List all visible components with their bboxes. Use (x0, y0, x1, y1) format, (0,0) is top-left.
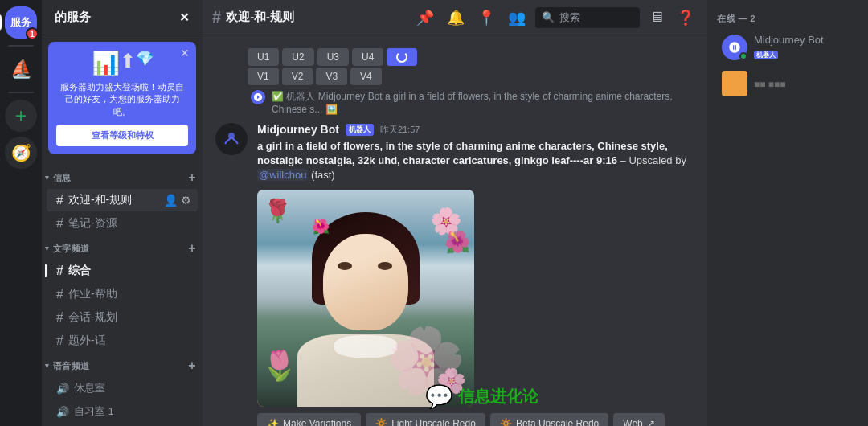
popup-text: 服务器助力盛大登场啦！动员自己的好友，为您的服务器助力吧。 (56, 81, 188, 118)
user-icon: 👤 (164, 194, 178, 207)
message-content: Midjourney Bot 机器人 昨天21:57 a girl in a f… (257, 123, 694, 426)
web-label: Web (623, 418, 642, 426)
spin-icon (396, 51, 407, 63)
channel-item-study[interactable]: 🔊 自习室 1 (47, 400, 198, 423)
add-server-button[interactable]: + (5, 100, 37, 132)
message-suffix: – Upscaled by (620, 154, 686, 166)
server-icon-my-service[interactable]: 服务 1 (5, 6, 37, 39)
member-item-bot[interactable]: Midjourney Bot 机器人 (712, 29, 863, 65)
hash-icon-3: # (56, 264, 63, 278)
notification-badge: 1 (26, 27, 39, 40)
channel-name-lounge: 休息室 (74, 381, 105, 395)
message-time: 昨天21:57 (380, 124, 420, 136)
channel-name-offtopic: 题外-话 (68, 334, 106, 348)
variation-1-button[interactable]: V1 (248, 68, 279, 85)
member-item-user2[interactable]: ■■ ■■■ (712, 66, 863, 101)
message-header: Midjourney Bot 机器人 昨天21:57 (257, 123, 694, 136)
members-icon[interactable]: 👥 (505, 6, 529, 30)
svg-point-1 (228, 133, 235, 139)
add-voice-button[interactable]: + (188, 358, 196, 373)
search-bar[interactable]: 🔍 搜索 (535, 7, 640, 28)
channel-section-voice: ▾ 语音频道 + 🔊 休息室 🔊 自习室 1 (42, 355, 203, 423)
grid-buttons-row2: V1 V2 V3 V4 (248, 68, 707, 85)
section-label-text: 文字频道 (53, 243, 90, 255)
channel-name-title: 欢迎-和-规则 (226, 10, 294, 25)
variation-3-button[interactable]: V3 (316, 68, 347, 85)
message-prompt: a girl in a field of flowers, in the sty… (257, 140, 668, 166)
server-divider-2 (8, 92, 34, 93)
channel-section-text: ▾ 文字频道 + # 综合 # 作业-帮助 # 会话-规划 # 题外-话 (42, 238, 203, 352)
message-item: Midjourney Bot 机器人 昨天21:57 a girl in a f… (203, 120, 707, 426)
upscale-1-button[interactable]: U1 (248, 48, 279, 66)
search-placeholder: 搜索 (559, 10, 580, 25)
grid-buttons-row1: U1 U2 U3 U4 (248, 48, 707, 66)
section-header-info[interactable]: ▾ 信息 + (42, 167, 203, 188)
messages-area: U1 U2 U3 U4 V1 V2 V3 V4 ✅ 机器人 Midjourney… (203, 35, 707, 426)
hash-icon-6: # (56, 334, 63, 348)
notification-bell-icon[interactable]: 🔔 (444, 6, 468, 30)
pin-icon[interactable]: 📍 (474, 6, 498, 30)
channel-item-homework[interactable]: # 作业-帮助 (47, 283, 198, 305)
channel-item-offtopic[interactable]: # 题外-话 (47, 330, 198, 352)
variation-4-button[interactable]: V4 (350, 68, 382, 85)
member-name-user2: ■■ ■■■ (754, 79, 786, 90)
voice-icon-2: 🔊 (56, 406, 69, 418)
popup-close-button[interactable]: ✕ (180, 47, 190, 59)
message-mention[interactable]: @willchou (257, 169, 308, 181)
refresh-button[interactable] (387, 48, 417, 66)
beta-upscale-redo-button[interactable]: 🔆 Beta Upscale Redo (490, 413, 608, 426)
variation-2-button[interactable]: V2 (282, 68, 313, 85)
web-button[interactable]: Web ↗ (613, 413, 664, 426)
section-header-text[interactable]: ▾ 文字频道 + (42, 238, 203, 259)
make-variations-button[interactable]: ✨ Make Variations (257, 413, 361, 426)
light-upscale-redo-button[interactable]: 🔆 Light Upscale Redo (366, 413, 485, 426)
server-sidebar: 服务 1 ⛵ + 🧭 (0, 0, 42, 426)
inbox-icon[interactable]: 🖥 (646, 6, 667, 29)
message-author: Midjourney Bot (257, 123, 339, 136)
channel-item-sessions[interactable]: # 会话-规划 (47, 306, 198, 329)
make-variations-label: Make Variations (283, 418, 351, 426)
light-upscale-label: Light Upscale Redo (391, 418, 476, 426)
system-message: ✅ 机器人 Midjourney Bot a girl in a field o… (203, 88, 707, 117)
member-avatar-bot (722, 35, 747, 60)
message-avatar (215, 123, 248, 155)
add-channel-button[interactable]: + (188, 170, 196, 185)
search-icon: 🔍 (542, 11, 555, 23)
channel-item-notes[interactable]: # 笔记-资源 (47, 212, 198, 235)
message-mention-suffix: (fast) (311, 169, 335, 181)
add-text-channel-button[interactable]: + (188, 241, 196, 256)
online-header: 在线 — 2 (707, 6, 868, 28)
channel-name-notes: 笔记-资源 (68, 216, 117, 231)
channel-list: ▾ 信息 + # 欢迎-和-规则 👤 ⚙ # 笔记-资源 ▾ 文字频道 (42, 161, 203, 426)
section-header-voice[interactable]: ▾ 语音频道 + (42, 355, 203, 376)
help-icon[interactable]: ❓ (674, 6, 698, 30)
hashtag-settings-icon[interactable]: 📌 (413, 6, 437, 30)
beta-upscale-icon: 🔆 (500, 418, 512, 426)
message-image[interactable]: 🌸 🌺 🌹 🌷 🌸 🌺 (257, 190, 474, 407)
channel-item-welcome[interactable]: # 欢迎-和-规则 👤 ⚙ (47, 189, 198, 211)
server-icon-boat[interactable]: ⛵ (5, 53, 37, 85)
top-bar: # 欢迎-和-规则 📌 🔔 📍 👥 🔍 搜索 🖥 ❓ (203, 0, 707, 35)
channel-item-general[interactable]: # 综合 (47, 260, 198, 282)
upscale-2-button[interactable]: U2 (282, 48, 313, 66)
main-content: # 欢迎-和-规则 📌 🔔 📍 👥 🔍 搜索 🖥 ❓ U1 U2 U3 U4 (203, 0, 707, 426)
discover-server-button[interactable]: 🧭 (5, 137, 37, 169)
hash-icon-4: # (56, 287, 63, 301)
upscale-3-button[interactable]: U3 (317, 48, 349, 66)
light-upscale-icon: 🔆 (375, 418, 387, 426)
bot-badge: 机器人 (346, 124, 374, 136)
section-arrow: ▾ (45, 174, 50, 182)
system-text: ✅ 机器人 Midjourney Bot a girl in a field o… (272, 90, 694, 115)
channel-name-homework: 作业-帮助 (68, 287, 117, 301)
channel-name-study: 自习室 1 (74, 404, 114, 419)
upscale-4-button[interactable]: U4 (352, 48, 383, 66)
channel-section-info: ▾ 信息 + # 欢迎-和-规则 👤 ⚙ # 笔记-资源 (42, 167, 203, 235)
hash-icon-5: # (56, 310, 63, 325)
top-bar-actions: 📌 🔔 📍 👥 🔍 搜索 🖥 ❓ (413, 6, 698, 30)
server-header[interactable]: 的服务 ✕ (42, 0, 203, 35)
view-level-button[interactable]: 查看等级和特权 (56, 125, 188, 146)
channel-name-sessions: 会话-规划 (68, 310, 117, 325)
member-color-box (722, 71, 747, 96)
section-arrow-text: ▾ (45, 244, 50, 252)
channel-item-lounge[interactable]: 🔊 休息室 (47, 377, 198, 399)
